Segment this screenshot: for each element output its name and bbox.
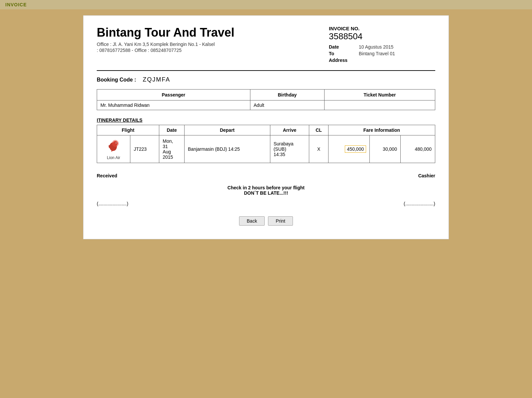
- note-line1: Check in 2 hours before your flight: [97, 185, 435, 190]
- fare1-value: 450,000: [345, 145, 366, 153]
- print-button[interactable]: Print: [268, 216, 293, 226]
- sign-left: (......................): [97, 201, 128, 206]
- sign-right: (......................): [404, 201, 435, 206]
- passenger-birthday: Adult: [250, 100, 324, 110]
- flight-header: Flight: [97, 125, 159, 135]
- invoice-meta: INVOICE NO. 3588504 Date 10 Agustus 2015…: [329, 26, 435, 64]
- itinerary-row: Lion Air JT223 Mon,31Aug2015 Banjarmasin…: [97, 135, 435, 163]
- booking-label: Booking Code :: [97, 77, 136, 83]
- invoice-card: Bintang Tour And Travel Office : Jl. A. …: [83, 15, 449, 239]
- address-label: Address: [329, 58, 352, 63]
- lion-air-icon: [106, 138, 122, 154]
- cashier-label: Cashier: [418, 173, 435, 178]
- signature-row: Received Cashier: [97, 173, 435, 178]
- flight-date-cell: Mon,31Aug2015: [159, 135, 185, 163]
- buttons-row: Back Print: [97, 216, 435, 229]
- booking-code: ZQJMFA: [143, 76, 170, 83]
- svg-point-4: [116, 143, 116, 143]
- cl-header: CL: [309, 125, 329, 135]
- invoice-to-row: To Bintang Travel 01: [329, 51, 435, 56]
- airline-name-label: Lion Air: [107, 155, 120, 160]
- itinerary-label: ITINERARY DETAILS: [97, 117, 435, 123]
- fare2-cell: 30,000: [370, 135, 401, 163]
- arrive-cell: Surabaya(SUB)14:35: [270, 135, 309, 163]
- fare3-cell: 480,000: [400, 135, 435, 163]
- depart-header: Depart: [185, 125, 270, 135]
- company-name: Bintang Tour And Travel: [97, 26, 234, 40]
- sign-lines-row: (......................) (..............…: [97, 201, 435, 206]
- depart-cell: Banjarmasin (BDJ) 14:25: [185, 135, 270, 163]
- passenger-table: Passenger Birthday Ticket Number Mr. Muh…: [97, 89, 435, 110]
- svg-point-2: [112, 140, 119, 147]
- fare1-cell: 450,000: [328, 135, 369, 163]
- received-label: Received: [97, 173, 117, 178]
- date-header: Date: [159, 125, 185, 135]
- passenger-row: Mr. Muhammad Ridwan Adult: [97, 100, 435, 110]
- invoice-date-row: Date 10 Agustus 2015: [329, 44, 435, 50]
- company-phone: : 087816772588 - Office : 085248707725: [97, 48, 234, 53]
- to-label: To: [329, 51, 352, 56]
- arrive-header: Arrive: [270, 125, 309, 135]
- passenger-ticket: [325, 100, 435, 110]
- booking-section: Booking Code : ZQJMFA: [97, 76, 435, 83]
- cl-cell: X: [309, 135, 329, 163]
- date-value: 10 Agustus 2015: [359, 44, 393, 50]
- footer-note: Check in 2 hours before your flight DON´…: [97, 185, 435, 196]
- flight-number-cell: JT223: [130, 135, 159, 163]
- invoice-label: INVOICE: [5, 2, 27, 7]
- header-divider: [97, 70, 435, 71]
- invoice-no-label: INVOICE NO.: [329, 26, 435, 31]
- itinerary-table: Flight Date Depart Arrive CL Fare Inform…: [97, 125, 435, 163]
- invoice-address-row: Address: [329, 58, 435, 63]
- airline-logo-cell: Lion Air: [97, 135, 130, 163]
- date-label: Date: [329, 44, 352, 50]
- invoice-no-value: 3588504: [329, 31, 435, 42]
- ticket-col-header: Ticket Number: [325, 90, 435, 100]
- company-address: Office : Jl. A. Yani Km 3,5 Komplek Beri…: [97, 42, 234, 47]
- back-button[interactable]: Back: [239, 216, 265, 226]
- to-value: Bintang Travel 01: [359, 51, 395, 56]
- top-bar: INVOICE: [0, 0, 532, 9]
- lion-air-logo: Lion Air: [100, 138, 127, 160]
- passenger-col-header: Passenger: [97, 90, 250, 100]
- fare-header: Fare Information: [328, 125, 435, 135]
- header-section: Bintang Tour And Travel Office : Jl. A. …: [97, 26, 435, 64]
- passenger-name: Mr. Muhammad Ridwan: [97, 100, 250, 110]
- birthday-col-header: Birthday: [250, 90, 324, 100]
- company-info: Bintang Tour And Travel Office : Jl. A. …: [97, 26, 234, 54]
- note-line2: DON´T BE LATE...!!!: [97, 190, 435, 196]
